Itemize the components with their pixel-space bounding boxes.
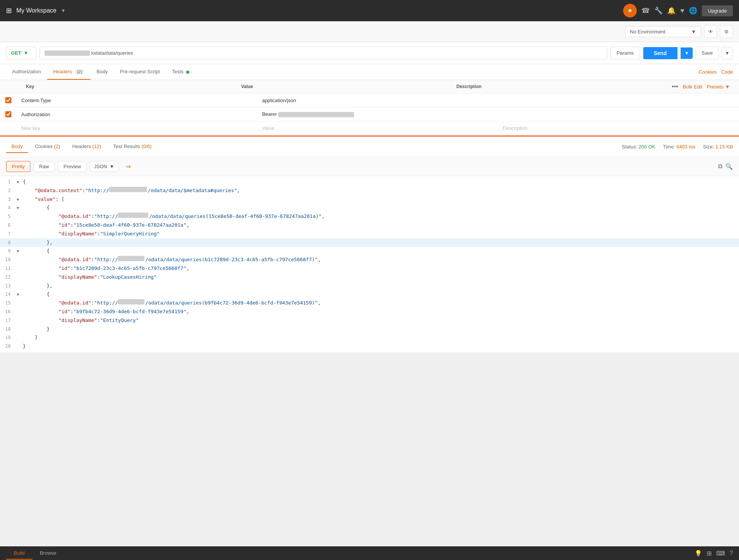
json-line-20: 20 } [0,342,739,351]
row2-value[interactable]: Bearer [258,107,498,121]
phone-icon[interactable]: ☎ [641,6,650,15]
row2-description[interactable] [498,110,739,118]
response-tab-body[interactable]: Body [6,140,28,153]
env-dropdown-icon: ▼ [691,29,696,35]
new-row-key[interactable]: New key [17,121,258,135]
response-tab-test-results[interactable]: Test Results (0/6) [108,140,157,153]
row2-checkbox-cell [0,107,17,121]
wrench-icon[interactable]: 🔧 [654,6,663,15]
tab-authorization[interactable]: Authorization [6,64,47,80]
response-tab-headers[interactable]: Headers (12) [67,140,106,153]
json-line-14: 14 ▼ { [0,290,739,299]
tab-headers[interactable]: Headers (2) [47,64,90,80]
row2-checkbox[interactable] [5,111,11,117]
new-row-value[interactable]: Value [258,121,498,135]
header-row-content-type: Content-Type application/json [0,93,739,107]
json-format-select[interactable]: JSON ▼ [90,161,119,172]
method-label: GET [11,50,21,56]
tabs-left: Authorization Headers (2) Body Pre-reque… [6,64,195,80]
gear-icon: ⚙ [724,29,729,35]
params-button[interactable]: Params [610,47,640,59]
method-select[interactable]: GET ▼ [6,47,36,59]
pretty-button[interactable]: Pretty [6,161,30,172]
response-tab-cookies[interactable]: Cookies (2) [30,140,65,153]
environment-select[interactable]: No Environment ▼ [625,26,701,37]
format-label: JSON [94,164,107,169]
copy-icon[interactable]: ⧉ [718,163,722,170]
workspace-name: My Workspace [16,7,57,14]
row2-key[interactable]: Authorization [17,108,258,121]
more-options-icon[interactable]: ••• [672,83,678,90]
json-line-1: 1 ▼ { [0,178,739,186]
json-line-2: 2 "@odata.context" : "http:// /odata/dat… [0,186,739,195]
row1-key[interactable]: Content-Type [17,94,258,107]
environment-bar: No Environment ▼ 👁 ⚙ [0,21,739,42]
save-dropdown-button[interactable]: ▼ [722,47,733,59]
response-tabs: Body Cookies (2) Headers (12) Test Resul… [6,140,157,153]
environment-label: No Environment [630,29,665,35]
row1-checkbox-cell [0,93,17,107]
bell-icon[interactable]: 🔔 [667,6,676,15]
url-blurred-15 [118,299,144,304]
format-toolbar: Pretty Raw Preview JSON ▼ ⇒ ⧉ 🔍 [0,157,739,176]
time-value: 6403 ms [676,144,695,150]
json-line-19: 19 ] [0,333,739,342]
size-value: 1.15 KB [715,144,733,150]
row1-description[interactable] [498,96,739,104]
method-dropdown-icon: ▼ [24,50,28,56]
tab-tests[interactable]: Tests [166,64,196,80]
json-line-5: 5 "@odata.id" : "http:// /odata/data/que… [0,212,739,221]
json-line-7: 7 "displayName" : "SimplerQueryHiring" [0,230,739,238]
eye-button[interactable]: 👁 [704,25,717,38]
code-link[interactable]: Code [721,69,733,75]
send-button[interactable]: Send [643,47,677,59]
url-input[interactable]: /odata/data/queries [40,47,607,59]
bulk-edit-button[interactable]: Bulk Edit [683,84,702,90]
url-blurred-part [44,50,90,56]
postman-logo [623,4,637,17]
wrap-button[interactable]: ⇒ [122,160,135,173]
cookies-link[interactable]: Cookies [699,69,717,75]
json-line-16: 16 "id" : "b9fb4c72-36d9-4de6-bcfd-f943e… [0,308,739,316]
save-button[interactable]: Save [696,47,718,59]
status-label: Status: 200 OK [622,144,655,150]
key-col-header: Key [23,82,238,91]
response-section: Body Cookies (2) Headers (12) Test Resul… [0,136,739,352]
json-line-15: 15 "@odata.id" : "http:// /odata/data/qu… [0,299,739,308]
headers-actions: ••• Bulk Edit Presets ▼ [669,83,733,90]
response-header: Body Cookies (2) Headers (12) Test Resul… [0,137,739,157]
request-tabs: Authorization Headers (2) Body Pre-reque… [0,64,739,80]
send-dropdown-button[interactable]: ▼ [680,47,693,59]
header-row-authorization: Authorization Bearer [0,107,739,121]
url-blurred-2 [109,187,147,192]
json-viewer: 1 ▼ { 2 "@odata.context" : "http:// /oda… [0,176,739,352]
workspace-dropdown-icon[interactable]: ▼ [61,8,66,13]
nav-left: ⊞ My Workspace ▼ [6,6,65,15]
raw-button[interactable]: Raw [33,161,55,172]
top-navigation: ⊞ My Workspace ▼ ☎ 🔧 🔔 ♥ 🌐 Upgrade [0,0,739,21]
row1-checkbox[interactable] [5,97,11,103]
presets-dropdown-icon: ▼ [725,84,730,90]
status-value: 200 OK [639,144,655,150]
tab-pre-request[interactable]: Pre-request Script [114,64,166,80]
explorer-icon[interactable]: 🌐 [689,6,697,15]
value-col-header: Value [238,82,454,91]
new-row-description[interactable]: Description [498,121,739,135]
preview-button[interactable]: Preview [58,161,87,172]
search-icon[interactable]: 🔍 [725,163,733,170]
presets-button[interactable]: Presets ▼ [707,84,730,90]
url-blurred-5 [118,213,148,218]
row1-value[interactable]: application/json [258,94,498,107]
bearer-token-blurred [278,112,354,117]
json-line-10: 10 "@odata.id" : "http:// /odata/data/qu… [0,256,739,264]
json-line-8: 8 }, [0,238,739,247]
upgrade-button[interactable]: Upgrade [702,5,733,16]
json-line-12: 12 "displayName" : "LookupCasesHiring" [0,273,739,282]
json-line-4: 4 ▼ { [0,203,739,212]
settings-button[interactable]: ⚙ [720,25,733,38]
heart-icon[interactable]: ♥ [680,7,684,15]
request-bar: GET ▼ /odata/data/queries Params Send ▼ … [0,42,739,64]
size-label: Size: 1.15 KB [703,144,733,150]
tab-body[interactable]: Body [90,64,114,80]
json-line-9: 9 ▼ { [0,247,739,256]
